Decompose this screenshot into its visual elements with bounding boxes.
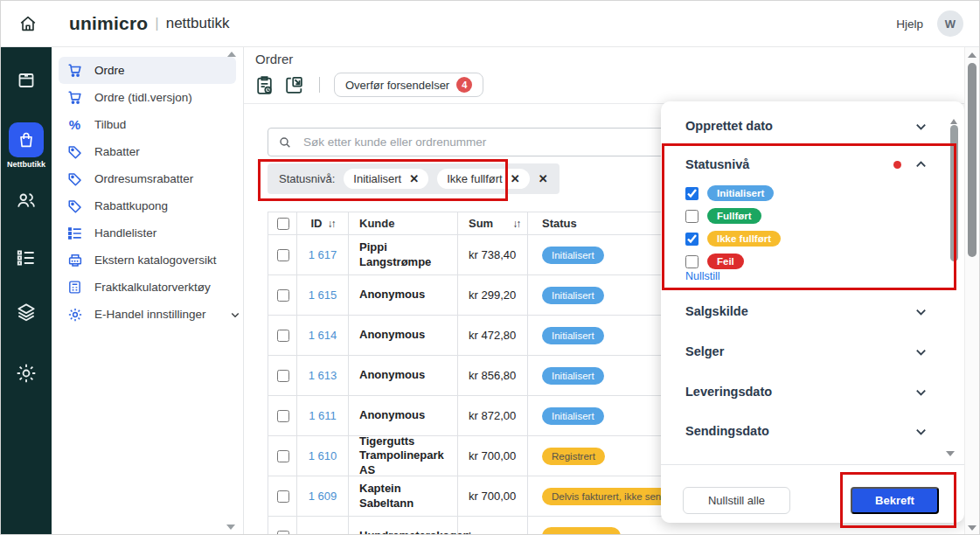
row-checkbox[interactable] [277,490,289,503]
sidebar-item-ehandel-innstillinger[interactable]: E-Handel innstillinger [59,301,236,328]
status-badge: Initialisert [542,327,604,344]
chip-text: Initialisert [353,172,401,185]
transfer-shipments-button[interactable]: Overfør forsendelser 4 [334,73,483,97]
order-sum: kr 738,40 [458,235,528,274]
remove-chip-icon[interactable]: ✕ [409,172,419,185]
clipboard-report-icon[interactable] [254,74,275,96]
checkbox-fullfort[interactable] [685,210,699,223]
reset-all-button[interactable]: Nullstill alle [683,487,790,514]
panel-scroll-up-icon[interactable] [950,104,957,124]
sidebar-item-ekstern-katalogoversikt[interactable]: Ekstern katalogoversikt [59,247,236,274]
customer-name: Tigergutts Trampolinepark AS [349,436,458,476]
nullstill-link[interactable]: Nullstill [685,270,720,282]
section-opprettet-dato[interactable]: Opprettet dato [685,115,928,137]
row-checkbox[interactable] [277,330,289,342]
clear-all-chips-icon[interactable]: ✕ [539,172,548,185]
order-id-link[interactable]: 1 610 [309,449,337,462]
option-feil[interactable]: Feil [685,254,781,269]
order-id-link[interactable]: 1 617 [309,248,337,261]
users-icon[interactable] [1,189,52,212]
scroll-down-icon[interactable] [968,525,977,531]
option-fullfort[interactable]: Fullført [685,208,781,224]
order-id-link[interactable]: 1 614 [309,329,337,342]
filter-chip-initialisert[interactable]: Initialisert ✕ [344,169,428,189]
section-statusniva[interactable]: Statusnivå [685,153,928,176]
checkbox-initialisert[interactable] [685,187,699,200]
sidebar-item-label: Rabattkupong [94,199,168,212]
page-title: Ordrer [255,52,293,66]
sidebar-item-ordresumsrabatter[interactable]: Ordresumsrabatter [59,165,236,192]
panel-scroll-down-icon[interactable] [946,451,955,456]
sort-sum-icon[interactable]: ↓↑ [512,218,519,230]
settings-gear-icon[interactable] [1,362,52,385]
percent-icon: % [66,116,83,133]
option-initialisert[interactable]: Initialisert [685,185,781,201]
panel-scrollbar-thumb[interactable] [950,125,958,261]
customer-name: Anonymous [349,396,458,435]
row-checkbox[interactable] [277,249,289,261]
section-sendingsdato[interactable]: Sendingsdato [685,420,928,442]
header-id: ID [311,217,323,230]
status-badge: Fullført [707,208,761,224]
scroll-up-icon[interactable] [968,52,977,58]
sidebar-item-fraktkalkulatorverktoy[interactable]: Fraktkalkulatorverktøy [59,274,236,301]
sidenav-scroll-down-icon[interactable] [226,525,235,530]
sort-id-icon[interactable]: ↓↑ [328,218,335,230]
checklist-icon[interactable] [1,247,52,269]
section-leveringsdato[interactable]: Leveringsdato [685,380,928,403]
row-checkbox[interactable] [277,370,289,382]
checkbox-feil[interactable] [685,255,699,268]
transfer-count-badge: 4 [456,77,472,93]
order-id-link[interactable]: 1 609 [309,490,337,503]
sidebar-item-label: Handlelister [94,226,156,240]
order-id-link[interactable]: 1 613 [309,369,337,382]
order-sum: kr 700,00 [458,436,528,476]
tag-icon [66,170,83,187]
sidebar-item-tilbud[interactable]: % Tilbud [59,111,236,138]
confirm-button[interactable]: Bekreft [851,487,939,514]
layers-icon[interactable] [1,301,52,323]
filter-panel: Opprettet dato Statusnivå Initialisert F… [661,101,964,523]
page-scrollbar-thumb[interactable] [968,63,977,257]
nettbutikk-shop-icon[interactable] [9,122,44,157]
status-badge: Ikke fullført [707,231,781,247]
order-id-link[interactable]: 1 615 [309,288,337,302]
sidenav-scroll-up-icon[interactable] [227,52,236,57]
export-orders-icon[interactable] [283,74,305,96]
sidebar-item-handlelister[interactable]: Handlelister [59,219,236,247]
row-checkbox[interactable] [277,450,289,462]
section-salgskilde[interactable]: Salgskilde [685,300,928,323]
icon-sidebar: Nettbutikk [1,47,52,535]
avatar[interactable]: W [937,10,963,37]
checkbox-ikke-fullfort[interactable] [685,233,699,246]
sidebar-item-label: Rabatter [94,145,140,158]
option-ikke-fullfort[interactable]: Ikke fullført [685,231,781,247]
customer-name: Anonymous [349,316,458,355]
order-id-link[interactable]: 1 611 [309,409,337,422]
row-checkbox[interactable] [277,289,289,302]
sidebar-item-ordre-tidl[interactable]: Ordre (tidl.versjon) [59,84,236,111]
sidebar-item-rabattkupong[interactable]: Rabattkupong [59,192,236,219]
home-icon[interactable] [18,14,38,33]
page-scrollbar[interactable] [964,47,979,535]
terminal-icon [66,252,83,268]
toolbar-divider [319,77,320,93]
archive-icon[interactable] [1,70,52,91]
section-label: Leveringsdato [685,385,772,399]
row-checkbox[interactable] [277,410,289,422]
remove-chip-icon[interactable]: ✕ [511,172,520,185]
panel-scrollbar[interactable] [950,104,958,458]
filter-chip-ikke-fullfort[interactable]: Ikke fullført ✕ [437,169,529,189]
row-checkbox[interactable] [277,531,289,535]
select-all-checkbox[interactable] [277,218,289,230]
sidebar-item-rabatter[interactable]: Rabatter [59,138,236,165]
customer-name: Anonymous [349,356,458,395]
help-link[interactable]: Hjelp [896,17,923,31]
chevron-down-icon [914,386,928,399]
header-kunde: Kunde [349,212,458,234]
customer-name: Anonymous [349,275,458,315]
sidebar-item-ordre[interactable]: Ordre [59,57,236,84]
filter-chip-group: Statusnivå: Initialisert ✕ Ikke fullført… [268,163,560,194]
order-sum: kr 299,20 [458,275,528,315]
section-selger[interactable]: Selger [685,340,928,363]
